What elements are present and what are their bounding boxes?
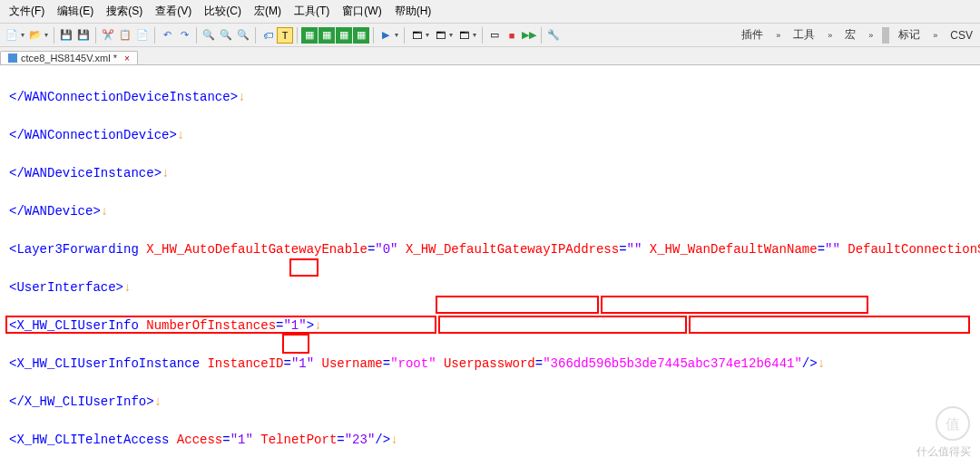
- file-icon: [8, 54, 17, 63]
- menu-tools[interactable]: 工具(T): [289, 2, 335, 21]
- tools-label[interactable]: 工具: [789, 27, 818, 43]
- code-editor[interactable]: </WANConnectionDeviceInstance>↓ </WANCon…: [0, 65, 980, 467]
- redbox-count4: [289, 258, 318, 277]
- mark-label[interactable]: 标记: [895, 27, 924, 43]
- tab-label: ctce8_HS8145V.xml *: [21, 53, 117, 63]
- bookmark-icon[interactable]: 🏷: [260, 27, 276, 44]
- wrench-icon[interactable]: 🔧: [545, 27, 562, 44]
- outline-icon[interactable]: ▭: [486, 27, 503, 44]
- menu-view[interactable]: 查看(V): [150, 2, 197, 21]
- menu-help[interactable]: 帮助(H): [389, 2, 437, 21]
- menu-macro[interactable]: 宏(M): [249, 2, 287, 21]
- menu-search[interactable]: 搜索(S): [101, 2, 148, 21]
- green-play-icon[interactable]: ▶▶: [521, 27, 537, 44]
- search-icon[interactable]: 🔍: [201, 27, 217, 44]
- copy-icon[interactable]: 📋: [117, 27, 133, 44]
- search-prev-icon[interactable]: 🔍: [218, 27, 234, 44]
- open-file-icon[interactable]: 📂: [27, 27, 44, 44]
- paste-icon[interactable]: 📄: [134, 27, 151, 44]
- redbox-pw-right: [601, 296, 868, 314]
- new-file-icon[interactable]: 📄: [4, 27, 20, 44]
- cut-icon[interactable]: ✂️: [100, 27, 116, 44]
- menu-file[interactable]: 文件(F): [4, 2, 50, 21]
- watermark: 值 什么值得买: [916, 405, 971, 458]
- search-next-icon[interactable]: 🔍: [235, 27, 251, 44]
- toolbar: 📄▾ 📂▾ 💾 💾 ✂️ 📋 📄 ↶ ↷ 🔍 🔍 🔍 🏷 T ▦ ▦ ▦ ▦ ▶…: [0, 24, 980, 47]
- svg-text:值: 值: [946, 416, 960, 432]
- redo-icon[interactable]: ↷: [176, 27, 192, 44]
- save-all-icon[interactable]: 💾: [75, 27, 92, 44]
- menu-compare[interactable]: 比较(C): [199, 2, 247, 21]
- undo-icon[interactable]: ↶: [159, 27, 175, 44]
- green-3-icon[interactable]: ▦: [336, 27, 352, 44]
- tab-bar: ctce8_HS8145V.xml * ×: [0, 47, 980, 65]
- highlight-icon[interactable]: T: [277, 27, 293, 44]
- green-4-icon[interactable]: ▦: [353, 27, 369, 44]
- plugins-label[interactable]: 插件: [738, 27, 767, 43]
- toolbar-right: 插件» 工具» 宏» 标记» CSV: [738, 27, 976, 44]
- green-2-icon[interactable]: ▦: [318, 27, 335, 44]
- window-2-icon[interactable]: 🗔: [432, 27, 448, 44]
- menu-window[interactable]: 窗口(W): [337, 2, 387, 21]
- menu-edit[interactable]: 编辑(E): [52, 2, 99, 21]
- menu-bar: 文件(F) 编辑(E) 搜索(S) 查看(V) 比较(C) 宏(M) 工具(T)…: [0, 0, 980, 24]
- window-3-icon[interactable]: 🗔: [456, 27, 472, 44]
- redbox-id4: [282, 334, 309, 354]
- file-tab[interactable]: ctce8_HS8145V.xml * ×: [0, 51, 138, 64]
- green-1-icon[interactable]: ▦: [301, 27, 318, 44]
- macro-label[interactable]: 宏: [841, 27, 859, 43]
- redbox-uname-left: [436, 296, 599, 314]
- save-icon[interactable]: 💾: [58, 27, 74, 44]
- csv-label[interactable]: CSV: [946, 29, 976, 42]
- window-1-icon[interactable]: 🗔: [408, 27, 425, 44]
- blue-tool-icon[interactable]: ▶: [377, 27, 394, 44]
- close-icon[interactable]: ×: [124, 54, 130, 63]
- red-square-icon[interactable]: ■: [504, 27, 520, 44]
